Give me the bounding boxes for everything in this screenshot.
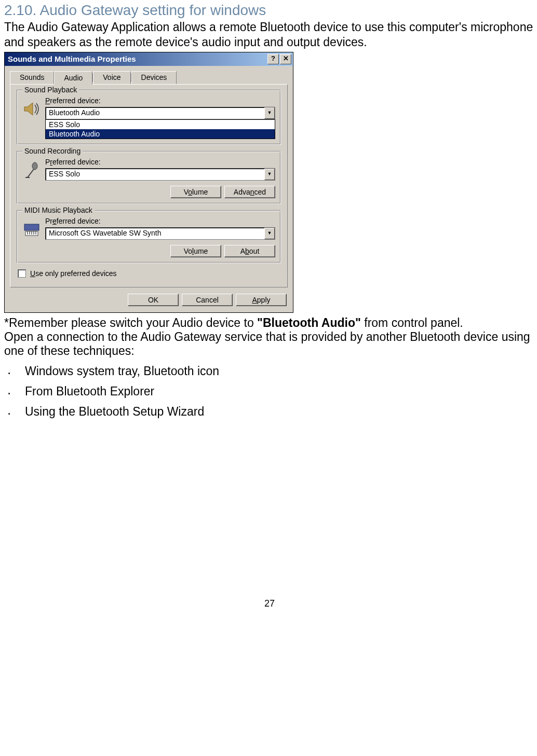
note-text: *Remember please switch your Audio devic… <box>4 316 535 330</box>
use-only-preferred-checkbox[interactable] <box>18 269 26 278</box>
microphone-icon <box>22 161 41 180</box>
close-button[interactable]: ✕ <box>280 54 291 64</box>
recording-volume-button[interactable]: Volume <box>170 186 221 198</box>
midi-about-button[interactable]: About <box>224 245 275 257</box>
playback-legend: Sound Playback <box>22 86 79 94</box>
titlebar-text: Sounds and Multimedia Properties <box>8 54 266 63</box>
playback-combo-text: Bluetooth Audio <box>46 107 264 119</box>
tab-body: Sound Playback Preferred device: Bluetoo… <box>10 84 288 287</box>
open-connection-text: Open a connection to the Audio Gateway s… <box>4 330 535 358</box>
svg-marker-0 <box>24 103 33 115</box>
dropdown-arrow-icon[interactable]: ▼ <box>264 228 275 239</box>
use-only-preferred-row: Use only preferred devices <box>18 269 281 278</box>
playback-option-bluetooth[interactable]: Bluetooth Audio <box>46 129 275 139</box>
help-button[interactable]: ? <box>267 54 279 64</box>
playback-option-ess[interactable]: ESS Solo <box>46 120 275 129</box>
recording-legend: Sound Recording <box>22 147 83 155</box>
techniques-list: Windows system tray, Bluetooth icon From… <box>4 361 535 422</box>
svg-rect-4 <box>24 224 39 230</box>
midi-legend: MIDI Music Playback <box>22 206 95 214</box>
recording-combo[interactable]: ESS Solo ▼ <box>45 168 275 181</box>
midi-combo-text: Microsoft GS Wavetable SW Synth <box>46 228 264 239</box>
playback-dropdown: ESS Solo Bluetooth Audio <box>45 119 275 139</box>
use-only-preferred-label: Use only preferred devices <box>30 269 117 278</box>
svg-line-2 <box>28 169 34 177</box>
playback-combo[interactable]: Bluetooth Audio ▼ <box>45 107 275 119</box>
midi-icon <box>22 220 41 239</box>
section-heading: 2.10. Audio Gateway setting for windows <box>4 2 535 19</box>
apply-button[interactable]: Apply <box>236 294 287 306</box>
titlebar: Sounds and Multimedia Properties ? ✕ <box>5 52 293 66</box>
list-item: Using the Bluetooth Setup Wizard <box>4 402 535 422</box>
tab-devices[interactable]: Devices <box>131 71 177 84</box>
speaker-icon <box>22 100 41 118</box>
sound-playback-group: Sound Playback Preferred device: Bluetoo… <box>17 90 281 145</box>
intro-text: The Audio Gateway Application allows a r… <box>4 20 535 50</box>
recording-combo-text: ESS Solo <box>46 169 264 180</box>
dropdown-arrow-icon[interactable]: ▼ <box>264 107 275 119</box>
sounds-multimedia-dialog: Sounds and Multimedia Properties ? ✕ Sou… <box>4 52 293 313</box>
recording-advanced-button[interactable]: Advanced <box>224 186 275 198</box>
tab-voice[interactable]: Voice <box>93 71 130 84</box>
dialog-footer: OK Cancel Apply <box>5 287 293 312</box>
svg-point-1 <box>32 162 37 170</box>
midi-pref-label: Preferred device: <box>45 217 275 225</box>
tab-audio[interactable]: Audio <box>54 71 92 85</box>
recording-pref-label: Preferred device: <box>45 158 275 166</box>
ok-button[interactable]: OK <box>128 294 179 306</box>
tab-sounds[interactable]: Sounds <box>10 71 54 84</box>
midi-playback-group: MIDI Music Playback <box>17 210 281 263</box>
list-item: From Bluetooth Explorer <box>4 381 535 402</box>
midi-volume-button[interactable]: Volume <box>170 245 221 257</box>
sound-recording-group: Sound Recording Preferred device: ESS So… <box>17 151 281 204</box>
tabs-row: Sounds Audio Voice Devices <box>5 66 293 84</box>
page-number: 27 <box>4 598 535 620</box>
list-item: Windows system tray, Bluetooth icon <box>4 361 535 381</box>
midi-combo[interactable]: Microsoft GS Wavetable SW Synth ▼ <box>45 227 275 240</box>
cancel-button[interactable]: Cancel <box>182 294 233 306</box>
dropdown-arrow-icon[interactable]: ▼ <box>264 169 275 180</box>
playback-pref-label: Preferred device: <box>45 97 275 105</box>
